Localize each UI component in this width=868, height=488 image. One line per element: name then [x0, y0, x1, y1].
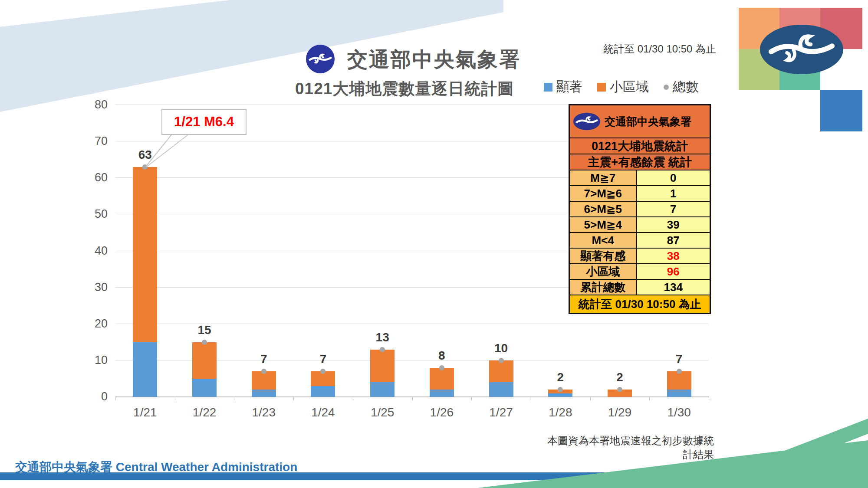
page-title: 交通部中央氣象署: [347, 46, 521, 73]
slide: 交通部中央氣象署 0121大埔地震數量逐日統計圖 統計至 01/30 10:50…: [0, 0, 868, 488]
table-cell-value: 134: [637, 280, 710, 295]
x-axis-category-label: 1/21: [115, 406, 175, 419]
stats-table-header: 交通部中央氣象署: [570, 105, 710, 138]
table-cell-value: 38: [637, 249, 710, 263]
table-row: M≧70: [570, 170, 710, 186]
legend-swatch-icon: [597, 83, 606, 92]
annotation-callout: 1/21 M6.4: [161, 109, 247, 135]
x-axis-category-label: 1/27: [471, 406, 531, 419]
x-axis-tickmark: [590, 397, 591, 400]
stats-table-title: 0121大埔地震統計: [570, 138, 710, 154]
bar-segment-blue: [252, 390, 276, 397]
bar-segment-blue: [133, 342, 157, 397]
bar-segment-blue: [311, 386, 335, 397]
table-cell-label: 6>M≧5: [570, 202, 637, 216]
table-row: 6>M≧57: [570, 202, 710, 217]
chart-legend: 顯著小區域總數: [544, 78, 699, 96]
total-data-label: 7: [660, 352, 699, 366]
total-data-label: 63: [125, 148, 164, 162]
total-point: [202, 340, 207, 345]
total-data-label: 2: [600, 370, 639, 384]
legend-swatch-icon: [544, 83, 552, 92]
table-row: 7>M≧61: [570, 186, 710, 202]
bar-segment-orange: [430, 368, 454, 390]
legend-label: 顯著: [556, 78, 582, 96]
bar-segment-orange: [370, 350, 395, 383]
table-cell-value: 96: [637, 264, 710, 279]
table-cell-label: 5>M≧4: [570, 217, 637, 232]
footer-accent-bar: [0, 472, 868, 480]
table-cell-label: M<4: [570, 233, 637, 248]
y-axis-tick-label: 20: [82, 317, 108, 331]
table-cell-value: 0: [637, 170, 710, 185]
bar-segment-blue: [489, 382, 513, 397]
table-row: 小區域96: [570, 264, 710, 280]
bar-segment-blue: [430, 390, 454, 397]
x-axis-category-label: 1/22: [175, 406, 234, 419]
total-point: [261, 369, 266, 374]
table-cell-label: 7>M≧6: [570, 186, 637, 201]
total-data-label: 8: [422, 349, 461, 363]
x-axis-category-label: 1/30: [649, 406, 709, 419]
table-cell-value: 39: [637, 217, 710, 232]
table-cell-value: 1: [637, 186, 710, 201]
total-point: [439, 365, 444, 370]
y-axis-tick-label: 70: [82, 134, 108, 148]
x-axis-category-label: 1/29: [590, 406, 650, 419]
bar-segment-blue: [548, 393, 572, 397]
stats-table: 交通部中央氣象署 0121大埔地震統計 主震+有感餘震 統計 M≧707>M≧6…: [569, 104, 711, 314]
table-row: M<487: [570, 233, 710, 249]
x-axis-category-label: 1/23: [234, 406, 293, 419]
logo-square-blue: [820, 90, 862, 131]
x-axis-tickmark: [353, 397, 353, 400]
table-row: 5>M≧439: [570, 217, 710, 233]
table-cell-label: 顯著有感: [570, 249, 637, 263]
table-cell-label: 小區域: [570, 264, 637, 279]
x-axis-tickmark: [412, 397, 413, 400]
x-axis-category-label: 1/25: [353, 406, 412, 419]
bar-segment-orange: [489, 360, 513, 382]
y-axis-tick-label: 80: [82, 98, 108, 111]
y-axis-tick-label: 50: [82, 207, 108, 221]
x-axis-tickmark: [234, 397, 234, 400]
y-axis-tick-label: 0: [82, 390, 108, 403]
total-data-label: 13: [363, 331, 402, 344]
bar-segment-orange: [252, 371, 276, 390]
table-cell-label: M≧7: [570, 170, 637, 185]
total-data-label: 2: [541, 370, 580, 384]
x-axis-category-label: 1/28: [531, 406, 590, 419]
cwa-wave-logo-icon-small: [306, 45, 335, 73]
table-row: 顯著有感38: [570, 249, 710, 264]
bar-segment-orange: [192, 342, 217, 379]
total-point: [499, 358, 504, 363]
total-point: [677, 369, 682, 374]
legend-label: 總數: [673, 78, 699, 96]
x-axis-tickmark: [293, 397, 294, 400]
y-axis-tick-label: 40: [82, 244, 108, 258]
x-axis-tickmark: [709, 397, 709, 400]
total-data-label: 7: [303, 352, 342, 366]
legend-label: 小區域: [610, 78, 649, 96]
x-axis-category-label: 1/24: [293, 406, 353, 419]
table-cell-value: 7: [637, 202, 710, 216]
cwa-wave-logo-icon-table: [573, 113, 600, 130]
y-axis-tick-label: 30: [82, 281, 108, 294]
stats-table-footer: 統計至 01/30 10:50 為止: [570, 295, 710, 313]
y-axis-tick-label: 10: [82, 354, 108, 367]
total-point: [380, 347, 385, 352]
x-axis-tickmark: [649, 397, 650, 400]
stats-until-text: 統計至 01/30 10:50 為止: [603, 42, 716, 56]
bar-segment-orange: [133, 167, 157, 342]
bar-segment-orange: [667, 371, 691, 390]
total-data-label: 15: [185, 323, 224, 337]
legend-dot-icon: [664, 85, 669, 90]
footnote: 本圖資為本署地震速報之初步數據統計結果: [540, 434, 714, 462]
legend-item: 總數: [664, 78, 699, 96]
table-row: 累計總數134: [570, 280, 710, 295]
total-data-label: 7: [244, 352, 283, 366]
table-cell-value: 87: [637, 233, 710, 248]
x-axis-tickmark: [175, 397, 175, 400]
cwa-wave-logo-icon: [760, 25, 843, 74]
bar-segment-blue: [192, 379, 217, 397]
bar-segment-blue: [667, 390, 691, 397]
